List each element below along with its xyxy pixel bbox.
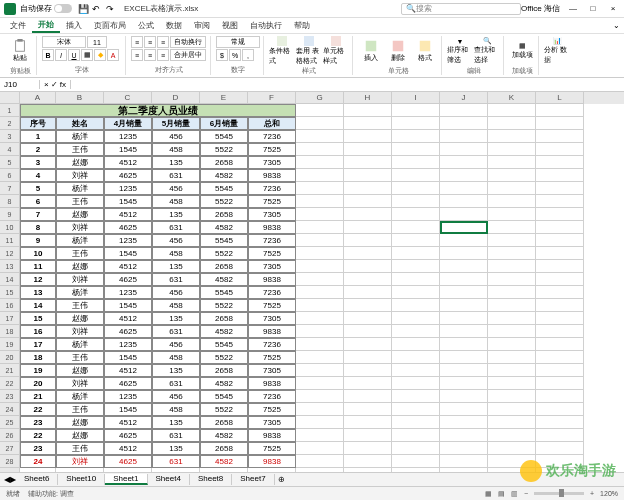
cell[interactable]: 7236 xyxy=(248,182,296,195)
cell[interactable]: 杨洋 xyxy=(56,390,104,403)
tab-file[interactable]: 文件 xyxy=(4,18,32,33)
cell[interactable] xyxy=(488,156,536,169)
view-normal-icon[interactable]: ▦ xyxy=(485,490,492,498)
cell[interactable] xyxy=(440,247,488,260)
align-right-button[interactable]: ≡ xyxy=(157,49,169,61)
cancel-formula-icon[interactable]: × xyxy=(44,80,49,89)
fill-color-button[interactable]: ◆ xyxy=(94,49,106,61)
cell[interactable] xyxy=(488,104,536,117)
cell[interactable]: 1235 xyxy=(104,338,152,351)
cell[interactable]: 458 xyxy=(152,351,200,364)
cell[interactable] xyxy=(440,429,488,442)
cell[interactable]: 杨洋 xyxy=(56,234,104,247)
save-icon[interactable]: 💾 xyxy=(78,4,88,14)
cell[interactable]: 10 xyxy=(20,247,56,260)
sheet-tab[interactable]: Sheet4 xyxy=(148,474,190,485)
cell[interactable]: 4582 xyxy=(200,221,248,234)
tab-review[interactable]: 审阅 xyxy=(188,18,216,33)
cell[interactable]: 20 xyxy=(20,377,56,390)
cell[interactable]: 5522 xyxy=(200,299,248,312)
cell[interactable]: 杨洋 xyxy=(56,338,104,351)
cell[interactable] xyxy=(296,286,344,299)
cell[interactable]: 5545 xyxy=(200,234,248,247)
align-left-button[interactable]: ≡ xyxy=(131,49,143,61)
cell[interactable]: 21 xyxy=(20,390,56,403)
cell[interactable] xyxy=(440,455,488,468)
cell[interactable] xyxy=(392,195,440,208)
col-header-E[interactable]: E xyxy=(200,92,248,104)
cell[interactable]: 7525 xyxy=(248,195,296,208)
cell[interactable]: 456 xyxy=(152,182,200,195)
col-header-C[interactable]: C xyxy=(104,92,152,104)
cell[interactable] xyxy=(296,260,344,273)
cell[interactable] xyxy=(440,273,488,286)
cell[interactable] xyxy=(296,377,344,390)
cell[interactable]: 赵娜 xyxy=(56,208,104,221)
font-size-select[interactable]: 11 xyxy=(87,36,107,48)
cell[interactable] xyxy=(536,351,584,364)
cell[interactable]: 4512 xyxy=(104,156,152,169)
cell[interactable]: 杨洋 xyxy=(56,182,104,195)
cell[interactable] xyxy=(536,312,584,325)
cell[interactable] xyxy=(392,364,440,377)
zoom-out-button[interactable]: − xyxy=(524,490,528,497)
cell[interactable]: 2658 xyxy=(200,416,248,429)
col-header-A[interactable]: A xyxy=(20,92,56,104)
cell[interactable]: 7 xyxy=(20,208,56,221)
cell[interactable]: 135 xyxy=(152,208,200,221)
cell[interactable]: 631 xyxy=(152,429,200,442)
close-button[interactable]: × xyxy=(606,2,620,16)
cell[interactable]: 135 xyxy=(152,364,200,377)
cell[interactable] xyxy=(536,234,584,247)
cell[interactable]: 135 xyxy=(152,156,200,169)
cell[interactable]: 5545 xyxy=(200,390,248,403)
number-format-select[interactable]: 常规 xyxy=(216,36,260,48)
align-mid-button[interactable]: ≡ xyxy=(144,36,156,48)
cell[interactable]: 7525 xyxy=(248,299,296,312)
row-header[interactable]: 19 xyxy=(0,338,20,351)
sheet-tab[interactable]: Sheet7 xyxy=(232,474,274,485)
cell[interactable] xyxy=(440,299,488,312)
cell[interactable]: 23 xyxy=(20,416,56,429)
cell[interactable]: 赵娜 xyxy=(56,260,104,273)
cell[interactable]: 17 xyxy=(20,338,56,351)
add-sheet-button[interactable]: ⊕ xyxy=(275,475,289,484)
zoom-slider[interactable] xyxy=(534,492,584,495)
cell[interactable] xyxy=(296,325,344,338)
cell[interactable]: 631 xyxy=(152,221,200,234)
cell[interactable]: 5522 xyxy=(200,195,248,208)
cell[interactable]: 631 xyxy=(152,455,200,468)
cell[interactable] xyxy=(392,312,440,325)
cell[interactable] xyxy=(440,208,488,221)
cell[interactable] xyxy=(392,338,440,351)
cell[interactable] xyxy=(296,117,344,130)
cell[interactable]: 4582 xyxy=(200,273,248,286)
cell[interactable]: 杨洋 xyxy=(56,286,104,299)
cell[interactable] xyxy=(392,286,440,299)
cell[interactable]: 赵娜 xyxy=(56,156,104,169)
cell[interactable] xyxy=(440,169,488,182)
cell[interactable] xyxy=(440,143,488,156)
row-header[interactable]: 2 xyxy=(0,117,20,130)
ribbon-collapse-icon[interactable]: ⌄ xyxy=(613,21,620,30)
cell[interactable]: 4625 xyxy=(104,455,152,468)
tab-insert[interactable]: 插入 xyxy=(60,18,88,33)
row-header[interactable]: 18 xyxy=(0,325,20,338)
cell[interactable]: 7525 xyxy=(248,247,296,260)
cell[interactable]: 5522 xyxy=(200,403,248,416)
col-header-L[interactable]: L xyxy=(536,92,584,104)
bold-button[interactable]: B xyxy=(42,49,54,61)
cell[interactable]: 1545 xyxy=(104,351,152,364)
cell[interactable] xyxy=(440,390,488,403)
cell[interactable] xyxy=(392,104,440,117)
cell[interactable] xyxy=(296,182,344,195)
cell[interactable]: 刘祥 xyxy=(56,221,104,234)
cell[interactable] xyxy=(392,351,440,364)
cell[interactable] xyxy=(296,195,344,208)
cell[interactable] xyxy=(392,273,440,286)
cell[interactable] xyxy=(296,299,344,312)
cell[interactable]: 1545 xyxy=(104,299,152,312)
cell[interactable] xyxy=(392,299,440,312)
cell[interactable] xyxy=(344,338,392,351)
row-header[interactable]: 20 xyxy=(0,351,20,364)
